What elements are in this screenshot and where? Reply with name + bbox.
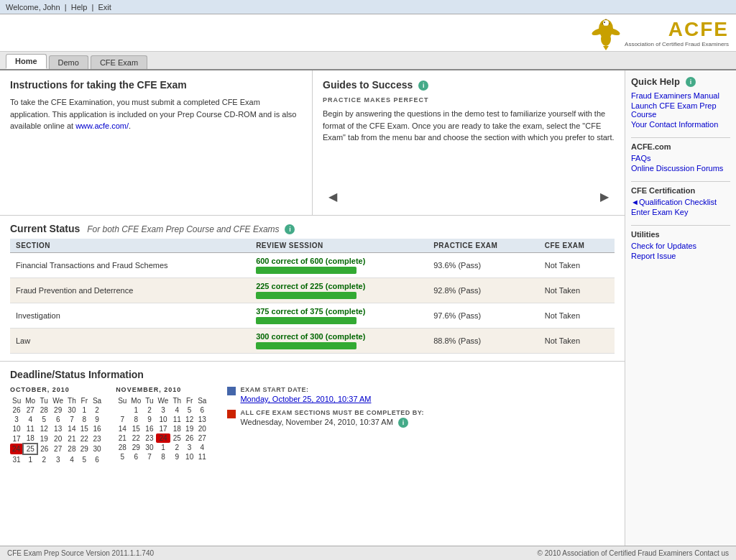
sidebar-link-contact-info[interactable]: Your Contact Information [631,120,730,129]
sidebar: Quick Help i Fraud Examiners Manual Laun… [625,70,736,546]
svg-marker-8 [603,46,609,50]
sidebar-section-links1: Fraud Examiners Manual Launch CFE Exam P… [631,91,730,129]
eagle-icon [592,16,620,50]
welcome-text: Welcome, John [6,3,60,12]
complete-by-info-icon[interactable]: i [398,418,408,428]
review-cell: 225 correct of 225 (complete) [250,278,428,303]
cfe-cell: Not Taken [539,253,615,278]
sidebar-link-exam-key[interactable]: Enter Exam Key [631,208,730,216]
exam-start-date[interactable]: Monday, October 25, 2010, 10:37 AM [240,395,371,403]
top-panels: Instructions for taking the CFE Exam To … [0,70,625,216]
november-table: SuMoTuWeThFrSa12345678910111213141516171… [116,396,208,462]
guides-title: Guides to Success i [323,79,615,91]
footer-left: CFE Exam Prep Source Version 2011.1.1.74… [7,549,154,557]
quick-help-info-icon[interactable]: i [686,77,696,87]
sidebar-link-check-updates[interactable]: Check for Updates [631,242,730,250]
deadline-content: OCTOBER, 2010 SuMoTuWeThFrSa262728293012… [10,386,615,464]
table-row: Financial Transactions and Fraud Schemes… [10,253,615,278]
table-row: Law300 correct of 300 (complete)88.8% (P… [10,329,615,354]
col-review: REVIEW SESSION [250,239,428,253]
instructions-body: To take the CFE Examination, you must su… [10,96,302,132]
header-exit-link[interactable]: Exit [98,3,111,12]
sidebar-link-report-issue[interactable]: Report Issue [631,252,730,260]
col-practice: PRACTICE EXAM [428,239,539,253]
main-content: Instructions for taking the CFE Exam To … [0,70,625,546]
status-section: Current Status For both CFE Exam Prep Co… [0,216,625,361]
sidebar-link-qual-checklist[interactable]: ◄Qualification Checklist [631,198,730,206]
november-calendar: NOVEMBER, 2010 SuMoTuWeThFrSa12345678910… [116,386,208,464]
practice-label: PRACTICE MAKES PERFECT [323,96,615,104]
section-cell: Fraud Prevention and Deterrence [10,278,250,303]
sidebar-link-forums[interactable]: Online Discussion Forums [631,164,730,173]
section-cell: Financial Transactions and Fraud Schemes [10,253,250,278]
sidebar-section-utilities: Utilities Check for Updates Report Issue [631,230,730,260]
october-calendar: OCTOBER, 2010 SuMoTuWeThFrSa262728293012… [10,386,104,464]
practice-cell: 93.6% (Pass) [428,253,539,278]
november-title: NOVEMBER, 2010 [116,386,208,393]
sidebar-divider-2 [631,181,730,182]
status-subtitle: For both CFE Exam Prep Course and CFE Ex… [87,224,279,234]
exam-start-icon [227,387,236,395]
sidebar-link-fraud-manual[interactable]: Fraud Examiners Manual [631,91,730,100]
tab-cfe-exam[interactable]: CFE Exam [91,55,147,69]
sidebar-divider-3 [631,225,730,226]
review-cell: 375 correct of 375 (complete) [250,303,428,329]
october-title: OCTOBER, 2010 [10,386,104,393]
deadline-title: Deadline/Status Information [10,369,615,380]
acfe-link[interactable]: www.acfe.com/ [75,121,129,130]
complete-by-value: Wednesday, November 24, 2010, 10:37 AM i [240,418,424,428]
status-title: Current Status For both CFE Exam Prep Co… [10,223,615,234]
carousel-next[interactable]: ▶ [594,187,615,206]
sidebar-divider-1 [631,137,730,138]
october-table: SuMoTuWeThFrSa26272829301234567891011121… [10,396,104,464]
practice-cell: 88.8% (Pass) [428,329,539,354]
guides-info-icon[interactable]: i [418,81,428,91]
complete-by-date: Wednesday, November 24, 2010, 10:37 AM [240,418,392,426]
main-area: Instructions for taking the CFE Exam To … [0,70,736,546]
deadline-section: Deadline/Status Information OCTOBER, 201… [0,361,625,472]
guides-body: Begin by answering the questions in the … [323,108,615,144]
acfe-logo: ACFE [625,18,729,41]
practice-cell: 92.8% (Pass) [428,278,539,303]
svg-point-7 [601,32,611,46]
cfe-cell: Not Taken [539,278,615,303]
top-header: Welcome, John | Help | Exit [0,0,736,14]
review-cell: 300 correct of 300 (complete) [250,329,428,354]
tab-demo[interactable]: Demo [49,55,88,69]
col-section: SECTION [10,239,250,253]
logo-text: ACFE Association of Certified Fraud Exam… [625,18,729,47]
review-cell: 600 correct of 600 (complete) [250,253,428,278]
complete-by-row: ALL CFE EXAM SECTIONS MUST BE COMPLETED … [227,409,615,428]
header-help-link[interactable]: Help [71,3,88,12]
tab-home[interactable]: Home [6,54,47,69]
sidebar-cert-title: CFE Certification [631,186,730,195]
practice-cell: 97.6% (Pass) [428,303,539,329]
instructions-panel: Instructions for taking the CFE Exam To … [0,70,313,215]
sidebar-link-faqs[interactable]: FAQs [631,154,730,162]
status-table-body: Financial Transactions and Fraud Schemes… [10,253,615,354]
quick-help-title: Quick Help i [631,76,730,87]
svg-point-2 [603,20,609,26]
table-row: Investigation375 correct of 375 (complet… [10,303,615,329]
carousel-prev[interactable]: ◀ [323,187,343,206]
deadline-info: EXAM START DATE: Monday, October 25, 201… [220,386,615,464]
exam-start-label: EXAM START DATE: [240,386,371,393]
acfe-subtext: Association of Certified Fraud Examiners [625,41,729,47]
sidebar-acfe-title: ACFE.com [631,142,730,151]
cfe-cell: Not Taken [539,329,615,354]
section-cell: Investigation [10,303,250,329]
exam-start-value: Monday, October 25, 2010, 10:37 AM [240,395,371,403]
status-table: SECTION REVIEW SESSION PRACTICE EXAM CFE… [10,239,615,354]
sidebar-link-launch-prep[interactable]: Launch CFE Exam Prep Course [631,101,730,119]
section-cell: Law [10,329,250,354]
tab-bar: Home Demo CFE Exam [0,52,736,70]
sidebar-utilities-title: Utilities [631,230,730,239]
status-info-icon[interactable]: i [285,224,295,234]
header-welcome: Welcome, John | Help | Exit [6,3,111,12]
logo-bar: ACFE Association of Certified Fraud Exam… [0,14,736,52]
complete-by-icon [227,410,236,418]
col-cfe: CFE EXAM [539,239,615,253]
instructions-title: Instructions for taking the CFE Exam [10,79,302,91]
exam-start-row: EXAM START DATE: Monday, October 25, 201… [227,386,615,403]
sidebar-section-cfe-cert: CFE Certification ◄Qualification Checkli… [631,186,730,216]
